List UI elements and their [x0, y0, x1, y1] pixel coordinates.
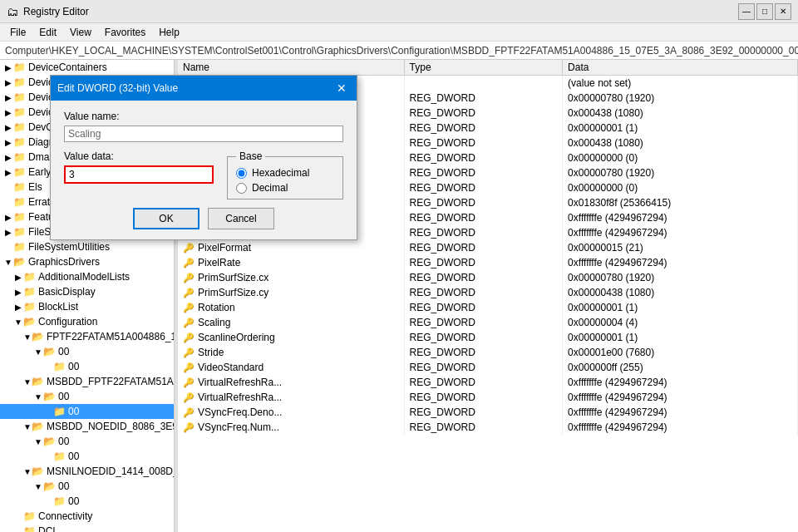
dec-radio[interactable]	[236, 183, 247, 194]
dialog-columns: Value data: Base Hexadecimal Decimal	[64, 150, 343, 200]
dialog-overlay: Edit DWORD (32-bit) Value ✕ Value name: …	[0, 0, 798, 532]
edit-dword-dialog: Edit DWORD (32-bit) Value ✕ Value name: …	[50, 75, 357, 240]
base-legend: Base	[236, 150, 265, 162]
dialog-title-bar: Edit DWORD (32-bit) Value ✕	[51, 76, 357, 101]
dialog-body: Value name: Value data: Base Hexadecimal	[51, 101, 357, 239]
hex-label: Hexadecimal	[252, 167, 309, 179]
dialog-buttons: OK Cancel	[64, 208, 343, 229]
value-data-section: Value data:	[64, 150, 214, 200]
cancel-button[interactable]: Cancel	[208, 208, 274, 229]
value-data-label: Value data:	[64, 150, 214, 162]
dec-label: Decimal	[252, 182, 288, 194]
dialog-title: Edit DWORD (32-bit) Value	[57, 82, 178, 94]
ok-button[interactable]: OK	[133, 208, 200, 229]
value-name-row: Value name:	[64, 111, 343, 142]
hex-radio-row: Hexadecimal	[236, 167, 334, 179]
base-section: Base Hexadecimal Decimal	[227, 150, 343, 200]
value-name-label: Value name:	[64, 111, 343, 122]
base-fieldset: Base Hexadecimal Decimal	[227, 150, 343, 200]
dialog-close-button[interactable]: ✕	[333, 81, 350, 95]
value-data-input[interactable]	[64, 165, 214, 184]
dec-radio-row: Decimal	[236, 182, 334, 194]
hex-radio[interactable]	[236, 168, 247, 179]
value-name-input[interactable]	[64, 126, 343, 142]
